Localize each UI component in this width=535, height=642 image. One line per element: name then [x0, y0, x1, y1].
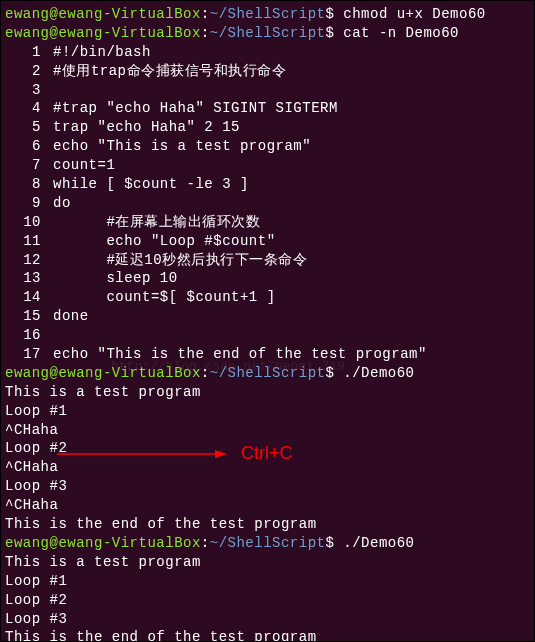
terminal-content: ewang@ewang-VirtualBox:~/ShellScript$ ch… [5, 5, 530, 642]
script-line: 7count=1 [5, 156, 530, 175]
script-line: 9do [5, 194, 530, 213]
script-line: 4#trap "echo Haha" SIGINT SIGTERM [5, 99, 530, 118]
prompt-line: ewang@ewang-VirtualBox:~/ShellScript$ ./… [5, 364, 530, 383]
script-line: 2#使用trap命令捕获信号和执行命令 [5, 62, 530, 81]
sep1: : [201, 6, 210, 22]
output-line: ^CHaha [5, 421, 530, 440]
command-text: chmod u+x Demo60 [343, 6, 485, 22]
script-line: 16 [5, 326, 530, 345]
code-text: #!/bin/bash [53, 44, 151, 60]
sep2: $ [325, 6, 334, 22]
script-line: 15done [5, 307, 530, 326]
script-line: 6echo "This is a test program" [5, 137, 530, 156]
script-line: 13 sleep 10 [5, 269, 530, 288]
output-line: This is a test program [5, 383, 530, 402]
user-host: ewang@ewang-VirtualBox [5, 6, 201, 22]
prompt-line: ewang@ewang-VirtualBox:~/ShellScript$ ./… [5, 534, 530, 553]
svg-marker-1 [215, 450, 227, 458]
arrow-icon [57, 448, 227, 462]
script-line: 5trap "echo Haha" 2 15 [5, 118, 530, 137]
output-line: ^CHaha [5, 496, 530, 515]
output-line: Loop #3 [5, 477, 530, 496]
script-line: 14 count=$[ $count+1 ] [5, 288, 530, 307]
script-line: 10 #在屏幕上输出循环次数 [5, 213, 530, 232]
line-number: 1 [5, 43, 53, 62]
command-text: cat -n Demo60 [343, 25, 459, 41]
script-line: 11 echo "Loop #$count" [5, 232, 530, 251]
output-line: This is a test program [5, 553, 530, 572]
output-line: This is the end of the test program [5, 515, 530, 534]
user-host: ewang@ewang-VirtualBox [5, 25, 201, 41]
script-line: 3 [5, 81, 530, 100]
prompt-line: ewang@ewang-VirtualBox:~/ShellScript$ ch… [5, 5, 530, 24]
command-text: ./Demo60 [343, 365, 414, 381]
annotation-label: Ctrl+C [241, 441, 293, 465]
output-line: Loop #3 [5, 610, 530, 629]
output-line: Loop #2 [5, 591, 530, 610]
path: ~/ShellScript [210, 6, 326, 22]
script-line: 12 #延迟10秒然后执行下一条命令 [5, 251, 530, 270]
script-line: 8while [ $count -le 3 ] [5, 175, 530, 194]
output-line: This is the end of the test program [5, 628, 530, 642]
path: ~/ShellScript [210, 25, 326, 41]
command-text: ./Demo60 [343, 535, 414, 551]
prompt-line: ewang@ewang-VirtualBox:~/ShellScript$ ca… [5, 24, 530, 43]
output-line: Loop #1 [5, 572, 530, 591]
script-line: 17echo "This is the end of the test prog… [5, 345, 530, 364]
output-line: Loop #1 [5, 402, 530, 421]
script-line: 1#!/bin/bash [5, 43, 530, 62]
